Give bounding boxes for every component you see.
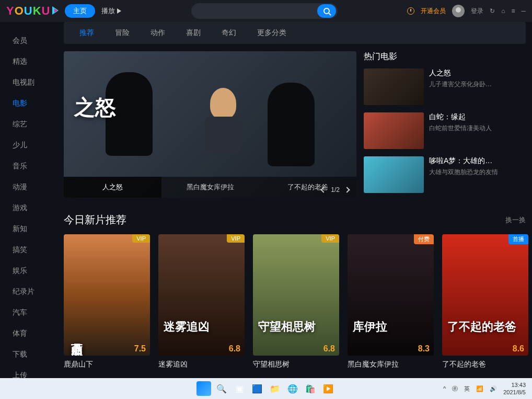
hot-name: 人之怒 xyxy=(429,69,526,78)
sidebar-item[interactable]: 体育 xyxy=(0,323,57,344)
badge: 首播 xyxy=(508,234,528,244)
sidebar-item[interactable]: 娱乐 xyxy=(0,260,57,281)
sidebar-item[interactable]: 电视剧 xyxy=(0,72,57,93)
poster-text: 了不起的老爸 xyxy=(447,319,516,335)
rating: 6.8 xyxy=(229,344,240,354)
card-title: 黑白魔女库伊拉 xyxy=(348,360,434,369)
category-tab[interactable]: 喜剧 xyxy=(186,28,201,38)
hero-carousel[interactable]: 之怒 人之怒黑白魔女库伊拉了不起的老爸 1/2 xyxy=(64,51,356,198)
search-icon xyxy=(323,8,330,14)
sidebar-item[interactable]: 综艺 xyxy=(0,114,57,135)
login-link[interactable]: 登录 xyxy=(471,7,483,16)
sidebar-item[interactable]: 纪录片 xyxy=(0,281,57,302)
badge: VIP xyxy=(321,234,339,243)
windows-taskbar: 🔍 ▣ 🟦 📁 🌐 🛍️ ▶️ ^ ⓔ 英 📶 🔊 13:43 2021/8/5 xyxy=(0,378,532,399)
search-input[interactable] xyxy=(199,7,317,15)
taskbar-search-icon[interactable]: 🔍 xyxy=(214,381,229,396)
ime-indicator[interactable]: 英 xyxy=(464,385,470,393)
carousel-tab[interactable]: 黑白魔女库伊拉 xyxy=(161,177,259,198)
sidebar: 会员精选电视剧电影综艺少儿音乐动漫游戏新知搞笑娱乐纪录片汽车体育下载上传 xyxy=(0,22,57,378)
card-title: 了不起的老爸 xyxy=(442,360,528,369)
movie-card[interactable]: VIP守望相思树6.8守望相思树 xyxy=(253,234,339,369)
hot-name: 哆啦A梦：大雄的… xyxy=(429,156,526,166)
category-tabs: 推荐冒险动作喜剧奇幻更多分类 xyxy=(64,22,526,44)
store-icon[interactable]: 🛍️ xyxy=(303,381,318,396)
hot-thumb xyxy=(364,69,424,105)
taskview-icon[interactable]: ▣ xyxy=(232,381,247,396)
app-header: YOUKU 主页 播放 开通会员 登录 ↻ ⌂ ≡ ─ xyxy=(0,0,532,22)
taskbar-clock[interactable]: 13:43 2021/8/5 xyxy=(503,381,526,396)
sidebar-item[interactable]: 上传 xyxy=(0,365,57,378)
sidebar-item[interactable]: 汽车 xyxy=(0,302,57,323)
vip-link[interactable]: 开通会员 xyxy=(421,7,446,16)
badge: VIP xyxy=(227,234,245,243)
play-icon xyxy=(117,8,121,14)
card-title: 鹿鼎山下 xyxy=(64,360,150,369)
search-button[interactable] xyxy=(317,4,336,18)
poster: VIP鹿鼎山下7.5 xyxy=(64,234,150,356)
card-title: 迷雾追凶 xyxy=(158,360,245,369)
sidebar-item[interactable]: 少儿 xyxy=(0,135,57,156)
youku-logo[interactable]: YOUKU xyxy=(6,4,59,18)
sidebar-item[interactable]: 会员 xyxy=(0,30,57,51)
hot-desc: 大雄与双胞胎恐龙的友情 xyxy=(429,168,526,177)
clock-icon xyxy=(407,7,414,15)
sidebar-item[interactable]: 搞笑 xyxy=(0,240,57,260)
home-pill[interactable]: 主页 xyxy=(65,4,95,18)
tray-chevron-icon[interactable]: ^ xyxy=(443,385,446,392)
category-tab[interactable]: 奇幻 xyxy=(222,28,236,38)
category-tab[interactable]: 冒险 xyxy=(115,28,130,38)
category-tab[interactable]: 更多分类 xyxy=(257,28,286,38)
poster: 付费库伊拉8.3 xyxy=(348,234,434,356)
home-icon[interactable]: ⌂ xyxy=(501,7,505,15)
movie-card[interactable]: VIP鹿鼎山下7.5鹿鼎山下 xyxy=(64,234,150,369)
edge-icon[interactable]: 🌐 xyxy=(285,381,300,396)
rating: 8.3 xyxy=(418,344,430,354)
hot-name: 白蛇：缘起 xyxy=(429,112,526,122)
carousel-next-icon[interactable] xyxy=(344,187,350,192)
sidebar-item[interactable]: 下载 xyxy=(0,344,57,365)
hot-thumb xyxy=(364,112,424,149)
start-icon[interactable] xyxy=(196,381,211,396)
sidebar-item[interactable]: 电影 xyxy=(0,93,57,114)
poster-text: 迷雾追凶 xyxy=(164,319,210,335)
wifi-icon[interactable]: 📶 xyxy=(476,385,483,392)
hot-movies-title: 热门电影 xyxy=(364,51,526,62)
taskbar-time: 13:43 xyxy=(503,381,526,389)
sidebar-item[interactable]: 精选 xyxy=(0,51,57,72)
poster: VIP守望相思树6.8 xyxy=(253,234,339,356)
refresh-button[interactable]: 换一换 xyxy=(505,215,526,225)
rating: 6.8 xyxy=(323,344,335,354)
sidebar-item[interactable]: 游戏 xyxy=(0,198,57,219)
movie-card[interactable]: 首播了不起的老爸8.6了不起的老爸 xyxy=(442,234,528,369)
minimize-icon[interactable]: ─ xyxy=(521,7,526,15)
avatar-icon[interactable] xyxy=(452,5,465,17)
carousel-tab[interactable]: 人之怒 xyxy=(64,177,161,198)
hot-thumb xyxy=(364,156,424,193)
volume-icon[interactable]: 🔊 xyxy=(490,385,497,392)
movie-card[interactable]: VIP迷雾追凶6.8迷雾追凶 xyxy=(158,234,245,369)
sidebar-item[interactable]: 音乐 xyxy=(0,156,57,177)
carousel-prev-icon[interactable] xyxy=(321,187,327,192)
hot-desc: 儿子遭害父亲化身卧… xyxy=(429,80,526,89)
menu-icon[interactable]: ≡ xyxy=(511,7,515,15)
today-section-title: 今日新片推荐 xyxy=(64,213,126,227)
movie-card[interactable]: 付费库伊拉8.3黑白魔女库伊拉 xyxy=(348,234,434,369)
card-title: 守望相思树 xyxy=(253,360,339,369)
play-link[interactable]: 播放 xyxy=(101,6,121,16)
sidebar-item[interactable]: 新知 xyxy=(0,219,57,240)
hot-movie-item[interactable]: 白蛇：缘起白蛇前世爱情凄美动人 xyxy=(364,112,526,149)
poster: VIP迷雾追凶6.8 xyxy=(158,234,245,356)
tray-app-icon[interactable]: ⓔ xyxy=(452,385,458,393)
refresh-icon[interactable]: ↻ xyxy=(490,7,495,15)
badge: VIP xyxy=(132,234,150,243)
widgets-icon[interactable]: 🟦 xyxy=(250,381,264,396)
youku-taskbar-icon[interactable]: ▶️ xyxy=(321,381,336,396)
category-tab[interactable]: 动作 xyxy=(151,28,165,38)
main-content: 推荐冒险动作喜剧奇幻更多分类 之怒 人之怒黑白魔女库伊拉了不起的老爸 1/2 xyxy=(57,22,532,378)
hot-movie-item[interactable]: 哆啦A梦：大雄的…大雄与双胞胎恐龙的友情 xyxy=(364,156,526,193)
explorer-icon[interactable]: 📁 xyxy=(268,381,282,396)
category-tab[interactable]: 推荐 xyxy=(79,28,94,38)
sidebar-item[interactable]: 动漫 xyxy=(0,177,57,198)
hot-movie-item[interactable]: 人之怒儿子遭害父亲化身卧… xyxy=(364,69,526,105)
